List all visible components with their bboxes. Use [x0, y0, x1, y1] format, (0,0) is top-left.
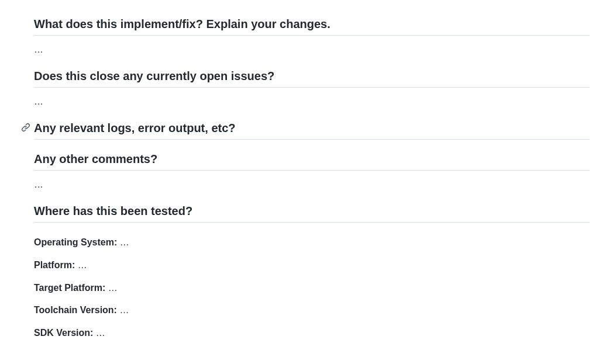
placeholder-comments: …: [34, 180, 590, 189]
section-logs: Any relevant logs, error output, etc?: [34, 120, 590, 140]
test-item-os: Operating System: …: [34, 237, 590, 249]
link-icon[interactable]: [21, 123, 30, 132]
heading-implement[interactable]: What does this implement/fix? Explain yo…: [34, 16, 590, 36]
section-closes: Does this close any currently open issue…: [34, 68, 590, 106]
test-item-target-platform: Target Platform: …: [34, 282, 590, 294]
test-value-target-platform: …: [105, 283, 117, 293]
heading-logs[interactable]: Any relevant logs, error output, etc?: [34, 120, 590, 140]
test-item-platform: Platform: …: [34, 259, 590, 272]
section-tested: Where has this been tested? Operating Sy…: [34, 203, 590, 339]
test-value-toolchain: …: [117, 305, 129, 315]
test-item-sdk: SDK Version: …: [34, 327, 590, 339]
test-value-os: …: [117, 237, 129, 247]
test-label-sdk: SDK Version:: [34, 328, 93, 338]
test-label-target-platform: Target Platform:: [34, 283, 105, 293]
test-item-toolchain: Toolchain Version: …: [34, 304, 590, 317]
section-implement: What does this implement/fix? Explain yo…: [34, 16, 590, 54]
test-label-os: Operating System:: [34, 237, 117, 247]
test-label-toolchain: Toolchain Version:: [34, 305, 117, 315]
test-label-platform: Platform:: [34, 260, 75, 270]
placeholder-closes: …: [34, 97, 590, 106]
placeholder-implement: …: [34, 45, 590, 54]
pr-template-body: What does this implement/fix? Explain yo…: [0, 0, 599, 339]
test-value-platform: …: [75, 260, 87, 270]
heading-closes[interactable]: Does this close any currently open issue…: [34, 68, 590, 88]
heading-comments[interactable]: Any other comments?: [34, 151, 590, 171]
heading-tested[interactable]: Where has this been tested?: [34, 203, 590, 223]
test-value-sdk: …: [93, 328, 105, 338]
section-comments: Any other comments? …: [34, 151, 590, 189]
